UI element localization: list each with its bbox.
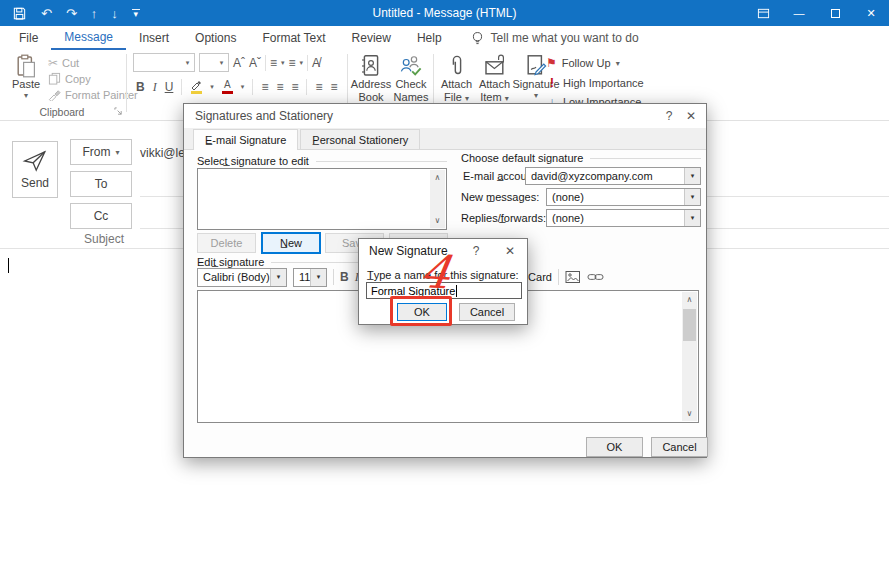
font-color-icon[interactable]: A (222, 80, 233, 94)
from-dropdown-icon: ▾ (115, 148, 119, 157)
address-book-button[interactable]: AddressBook (351, 54, 391, 103)
underline-icon[interactable]: U (165, 80, 174, 94)
combo-dropdown-icon[interactable]: ▾ (684, 189, 700, 205)
signatures-cancel-button[interactable]: Cancel (651, 437, 708, 457)
flag-icon: ⚑ (546, 56, 557, 70)
numbering-icon[interactable]: ≡ (289, 56, 296, 70)
paperclip-icon (447, 54, 467, 78)
save-icon[interactable] (12, 6, 27, 21)
titlebar: ↶ ↷ ↑ ↓ ▾ Untitled - Message (HTML) — ✕ (0, 0, 889, 26)
scroll-up-icon[interactable]: ∧ (687, 292, 693, 307)
move-up-icon[interactable]: ↑ (91, 7, 98, 20)
insert-picture-icon[interactable] (565, 270, 581, 284)
clear-formatting-icon[interactable]: A̸ (312, 56, 320, 70)
new-signature-cancel-button[interactable]: Cancel (459, 303, 515, 321)
tab-options[interactable]: Options (182, 26, 249, 50)
attach-file-button[interactable]: Attach File ▾ (438, 54, 475, 103)
scroll-down-icon[interactable]: ∨ (435, 213, 441, 228)
ribbon-display-options-icon[interactable] (745, 0, 781, 26)
send-button[interactable]: Send (12, 141, 58, 198)
edit-area-scrollbar[interactable]: ∧ ∨ (682, 292, 697, 421)
grow-font-icon[interactable]: Aˆ (233, 56, 245, 70)
insert-hyperlink-icon[interactable] (587, 271, 604, 283)
scroll-down-icon[interactable]: ∨ (687, 406, 693, 421)
scissors-icon: ✂ (48, 56, 58, 70)
minimize-button[interactable]: — (781, 0, 817, 26)
attach-item-button[interactable]: Attach Item ▾ (476, 54, 513, 103)
shrink-font-icon[interactable]: Aˇ (249, 56, 261, 70)
font-size-combo[interactable]: ▾ (199, 53, 229, 72)
outlook-window: ↶ ↷ ↑ ↓ ▾ Untitled - Message (HTML) — ✕ … (0, 0, 889, 584)
paste-button[interactable]: Paste ▾ (8, 54, 44, 100)
scroll-up-icon[interactable]: ∧ (435, 170, 441, 185)
combo-dropdown-icon[interactable]: ▾ (684, 168, 700, 184)
redo-icon[interactable]: ↷ (66, 7, 77, 20)
tab-review[interactable]: Review (339, 26, 404, 50)
tab-file[interactable]: File (6, 26, 51, 50)
signatures-dialog-close-button[interactable]: ✕ (680, 104, 702, 128)
decrease-indent-icon[interactable]: ≡ (315, 80, 322, 94)
close-button[interactable]: ✕ (853, 0, 889, 26)
customize-qat-icon[interactable]: ▾ (132, 9, 140, 17)
address-book-icon (360, 54, 382, 78)
new-messages-combo[interactable]: (none) ▾ (546, 188, 701, 206)
combo-dropdown-icon[interactable]: ▾ (310, 269, 326, 286)
tab-insert[interactable]: Insert (126, 26, 182, 50)
new-signature-help-button[interactable]: ? (465, 239, 487, 263)
new-messages-label: New m̲essages: (461, 188, 539, 206)
scrollbar-thumb[interactable] (683, 309, 696, 341)
align-center-icon[interactable]: ≡ (276, 80, 283, 94)
to-button[interactable]: To (70, 171, 132, 197)
signature-listbox[interactable]: ∧ ∨ (197, 168, 447, 230)
attach-file-dropdown-icon[interactable]: ▾ (465, 94, 469, 103)
undo-icon[interactable]: ↶ (41, 7, 52, 20)
tab-personal-stationery[interactable]: P̲ersonal Stationery (300, 129, 420, 149)
delete-button[interactable]: Delete (197, 233, 256, 253)
format-painter-icon (48, 88, 61, 101)
cc-button[interactable]: Cc (70, 203, 132, 229)
replies-forwards-label: Replies/f̲orwards: (461, 209, 546, 227)
italic-icon[interactable]: I (153, 80, 157, 95)
paste-dropdown-icon[interactable]: ▾ (24, 91, 28, 100)
clipboard-dialog-launcher-icon[interactable] (114, 107, 123, 116)
signatures-dialog-help-button[interactable]: ? (658, 104, 680, 128)
font-name-combo[interactable]: ▾ (133, 53, 195, 72)
signature-font-combo[interactable]: Calibri (Body) ▾ (197, 268, 287, 287)
signatures-dialog-titlebar[interactable]: Signatures and Stationery (184, 104, 706, 128)
new-signature-close-button[interactable]: ✕ (499, 239, 521, 263)
combo-dropdown-icon[interactable]: ▾ (684, 210, 700, 226)
copy-button[interactable]: Copy (48, 72, 91, 85)
tab-email-signature[interactable]: E̲-mail Signature (193, 129, 298, 150)
from-button[interactable]: From ▾ (70, 139, 132, 165)
bullets-icon[interactable]: ≡ (270, 56, 277, 70)
bold-icon[interactable]: B (136, 80, 145, 94)
align-left-icon[interactable]: ≡ (261, 80, 268, 94)
high-importance-button[interactable]: ! High Importance (546, 75, 644, 90)
email-account-combo[interactable]: david@xyzcompany.com ▾ (525, 167, 701, 185)
move-down-icon[interactable]: ↓ (111, 7, 118, 20)
signatures-ok-button[interactable]: OK (586, 437, 643, 457)
new-button[interactable]: N̲ew (261, 232, 321, 254)
align-right-icon[interactable]: ≡ (291, 80, 298, 94)
sig-bold-icon[interactable]: B (340, 270, 349, 284)
check-names-button[interactable]: CheckNames (391, 54, 431, 103)
tab-message[interactable]: Message (51, 26, 126, 50)
signature-size-combo[interactable]: 11 ▾ (293, 268, 327, 287)
format-painter-button[interactable]: Format Painter (48, 88, 138, 101)
combo-dropdown-icon[interactable]: ▾ (270, 269, 286, 286)
attach-item-dropdown-icon[interactable]: ▾ (505, 94, 509, 103)
replies-forwards-combo[interactable]: (none) ▾ (546, 209, 701, 227)
highlight-color-icon[interactable] (190, 80, 202, 94)
tab-help[interactable]: Help (404, 26, 455, 50)
signature-dropdown-icon[interactable]: ▾ (534, 91, 538, 100)
tab-format-text[interactable]: Format Text (249, 26, 338, 50)
cut-button[interactable]: ✂ Cut (48, 56, 79, 70)
increase-indent-icon[interactable]: ≡ (330, 80, 337, 94)
follow-up-button[interactable]: ⚑ Follow Up ▾ (546, 56, 620, 70)
maximize-button[interactable] (817, 0, 853, 26)
ribbon-tab-row: File Message Insert Options Format Text … (0, 26, 889, 50)
attach-item-icon (483, 54, 507, 78)
send-icon (22, 150, 48, 172)
listbox-scrollbar[interactable]: ∧ ∨ (430, 170, 445, 228)
tell-me-box[interactable]: Tell me what you want to do (471, 26, 639, 50)
